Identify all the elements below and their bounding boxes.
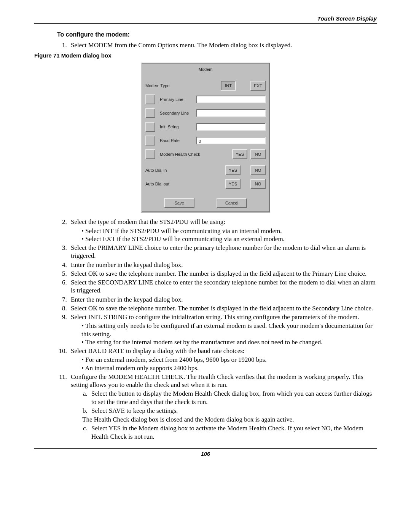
health-yes-button[interactable]: YES [232, 149, 247, 159]
step-2-bullet-2: Select EXT if the STS2/PDU will be commu… [81, 235, 377, 243]
step-11: Configure the MODEM HEALTH CHECK. The He… [68, 373, 377, 441]
figure-caption: Figure 71 Modem dialog box [34, 52, 377, 59]
step-11-note: The Health Check dialog box is closed an… [82, 415, 377, 423]
health-check-label: Modem Health Check [160, 152, 206, 157]
modem-type-label: Modem Type [145, 83, 191, 88]
step-11-text: Configure the MODEM HEALTH CHECK. The He… [71, 373, 363, 388]
step-5: Select OK to save the telephone number. … [68, 270, 377, 278]
health-check-button[interactable] [145, 149, 155, 159]
baud-rate-label: Baud Rate [160, 138, 196, 143]
baud-rate-button[interactable] [145, 136, 155, 145]
primary-line-label: Primary Line [160, 97, 196, 102]
page-header-right: Touch Screen Display [34, 15, 377, 22]
step-9: Select INIT. STRING to configure the ini… [68, 313, 377, 346]
step-8: Select OK to save the telephone number. … [68, 304, 377, 312]
step-10-bullet-2: An internal modem only supports 2400 bps… [81, 364, 377, 372]
auto-out-yes-button[interactable]: YES [225, 179, 241, 189]
cancel-button[interactable]: Cancel [217, 198, 247, 208]
primary-line-field[interactable] [196, 96, 266, 103]
step-2-text: Select the type of modem that the STS2/P… [71, 218, 225, 225]
auto-in-no-button[interactable]: NO [250, 165, 266, 175]
init-string-field[interactable] [196, 123, 266, 131]
step-4: Enter the number in the keypad dialog bo… [68, 261, 377, 269]
top-divider [34, 23, 377, 24]
step-10-bullet-1: For an external modem, select from 2400 … [81, 356, 377, 364]
step-6: Select the SECONDARY LINE choice to ente… [68, 278, 377, 295]
step-9-bullet-1: This setting only needs to be configured… [81, 322, 377, 338]
auto-in-yes-button[interactable]: YES [225, 165, 241, 175]
secondary-line-field[interactable] [196, 109, 266, 117]
auto-out-no-button[interactable]: NO [250, 179, 266, 189]
step-2-bullet-1: Select INT if the STS2/PDU will be commu… [81, 227, 377, 235]
secondary-line-label: Secondary Line [160, 111, 196, 115]
step-11-c: Select YES in the Modem dialog box to ac… [89, 424, 377, 441]
auto-dial-in-label: Auto Dial in [145, 168, 191, 173]
dialog-title: Modem [145, 66, 266, 77]
step-3: Select the PRIMARY LINE choice to enter … [68, 244, 377, 260]
health-no-button[interactable]: NO [250, 149, 266, 159]
step-9-bullet-2: The string for the internal modem set by… [81, 338, 377, 346]
step-10-text: Select BAUD RATE to display a dialog wit… [71, 347, 245, 355]
step-2: Select the type of modem that the STS2/P… [68, 218, 377, 243]
ext-button[interactable]: EXT [250, 81, 266, 91]
step-1: Select MODEM from the Comm Options menu.… [68, 41, 377, 49]
step-7: Enter the number in the keypad dialog bo… [68, 296, 377, 304]
auto-dial-out-label: Auto Dial out [145, 182, 191, 186]
modem-dialog: Modem Modem Type INT EXT Primary Line Se… [141, 62, 270, 212]
bottom-divider [34, 448, 377, 449]
secondary-line-button[interactable] [145, 108, 155, 118]
page-number: 106 [34, 451, 377, 457]
save-button[interactable]: Save [164, 198, 194, 208]
step-11-b: Select SAVE to keep the settings. [89, 407, 377, 415]
step-11-a: Select the button to display the Modem H… [89, 390, 377, 406]
section-title: To configure the modem: [57, 31, 377, 38]
step-9-text: Select INIT. STRING to configure the ini… [71, 313, 359, 321]
primary-line-button[interactable] [145, 94, 155, 104]
init-string-button[interactable] [145, 122, 155, 132]
baud-rate-field[interactable]: 0 [196, 137, 266, 144]
init-string-label: Init. String [160, 125, 196, 129]
step-10: Select BAUD RATE to display a dialog wit… [68, 347, 377, 372]
int-button[interactable]: INT [221, 81, 236, 91]
